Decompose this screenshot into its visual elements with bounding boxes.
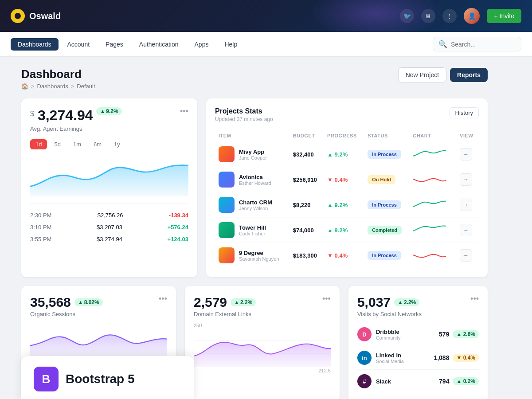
content-area: Dashboard 🏠 > Dashboards > Default New P… [11, 57, 498, 399]
projects-updated: Updated 37 minutes ago [215, 116, 273, 122]
row-view-btn[interactable]: → [460, 173, 472, 186]
domain-links-card: 2,579 ▲ 2.2% Domain External Links ••• 2… [185, 286, 340, 399]
nav-icon-share[interactable]: ⋮ [442, 9, 457, 23]
search-input[interactable] [451, 41, 516, 48]
page-title: Dashboard [21, 67, 95, 81]
table-row: 9 Degree Savannah Nguyen $183,300 ▼ 0.4%… [215, 243, 479, 268]
main-cards-row: $ 3,274.94 ▲ 9.2% Avg. Agent Earnings ••… [21, 98, 488, 277]
menu-help[interactable]: Help [217, 38, 244, 51]
time-2-change: +576.24 [168, 224, 188, 231]
organic-more-button[interactable]: ••• [159, 295, 167, 303]
organic-badge: ▲ 8.02% [74, 298, 103, 306]
col-progress: PROGRESS [324, 129, 364, 142]
reports-button[interactable]: Reports [450, 68, 488, 82]
time-1-label: 2:30 PM [30, 212, 51, 219]
projects-table: ITEM BUDGET PROGRESS STATUS CHART VIEW M… [215, 129, 479, 268]
linkedin-badge: ▼ 0.4% [453, 354, 479, 362]
time-filter-1d[interactable]: 1d [30, 139, 47, 149]
domain-stat-header: 2,579 ▲ 2.2% Domain External Links ••• [194, 295, 331, 317]
logo-area: Oswald [11, 9, 400, 23]
projects-header: Projects Stats Updated 37 minutes ago Hi… [215, 107, 479, 122]
time-filter-1m[interactable]: 1m [68, 139, 86, 149]
dribbble-count: 579 [439, 331, 449, 338]
row-view-btn[interactable]: → [460, 148, 472, 160]
avatar[interactable]: 👤 [464, 8, 480, 24]
time-1-value: $2,756.26 [98, 212, 123, 219]
bootstrap-label: Bootstrap 5 [66, 372, 135, 386]
time-1-change: -139.34 [169, 212, 188, 219]
dribbble-badge: ▲ 2.6% [453, 330, 479, 338]
page-actions: New Project Reports [398, 67, 488, 82]
history-button[interactable]: History [450, 107, 479, 118]
projects-card: Projects Stats Updated 37 minutes ago Hi… [206, 98, 488, 277]
social-more-button[interactable]: ••• [470, 295, 479, 303]
y-axis-mid: 212.5 [318, 368, 331, 373]
social-badge: ▲ 2.2% [394, 298, 419, 306]
row-view-btn[interactable]: → [460, 199, 472, 211]
social-row-dribbble: D Dribbble Community 579 ▲ 2.6% [357, 323, 479, 346]
table-row: Charto CRM Jenny Wilson $8,220 ▲ 9.2% In… [215, 192, 479, 218]
social-amount-area: 5,037 ▲ 2.2% Visits by Social Networks [357, 295, 422, 317]
time-entry-1: 2:30 PM $2,756.26 -139.34 [30, 209, 188, 221]
earnings-chart [30, 156, 188, 196]
bootstrap-icon: B [34, 367, 59, 391]
logo-icon [11, 9, 25, 23]
row-view-btn[interactable]: → [460, 249, 472, 262]
social-dribbble-info: D Dribbble Community [357, 327, 401, 341]
top-nav: Oswald 🐦 🖥 ⋮ 👤 + Invite [0, 0, 532, 32]
projects-table-header: ITEM BUDGET PROGRESS STATUS CHART VIEW [215, 129, 479, 142]
dribbble-icon: D [357, 327, 372, 341]
projects-title-area: Projects Stats Updated 37 minutes ago [215, 107, 273, 122]
menu-bar: Dashboards Account Pages Authentication … [0, 32, 532, 57]
breadcrumb-dashboards[interactable]: Dashboards [37, 83, 68, 90]
menu-pages[interactable]: Pages [98, 38, 130, 51]
linkedin-sub: Social Media [376, 359, 404, 364]
domain-amount: 2,579 [194, 295, 227, 310]
social-slack-info: # Slack [357, 374, 391, 388]
menu-authentication[interactable]: Authentication [132, 38, 186, 51]
time-filter-1y[interactable]: 1y [109, 139, 125, 149]
table-row: Avionica Esther Howard $256,910 ▼ 0.4% O… [215, 167, 479, 192]
domain-chart [194, 332, 331, 367]
nav-icon-screen[interactable]: 🖥 [421, 9, 435, 23]
table-row: Mivy App Jane Cooper $32,400 ▲ 9.2% In P… [215, 142, 479, 167]
menu-account[interactable]: Account [60, 38, 97, 51]
breadcrumb: 🏠 > Dashboards > Default [21, 83, 95, 90]
organic-amount-area: 35,568 ▲ 8.02% Organic Sessions [30, 295, 103, 317]
col-status: STATUS [364, 129, 409, 142]
slack-name: Slack [376, 378, 391, 385]
earnings-label: Avg. Agent Earnings [30, 125, 122, 132]
nav-icon-bird[interactable]: 🐦 [400, 9, 414, 23]
social-networks-card: 5,037 ▲ 2.2% Visits by Social Networks •… [348, 286, 488, 399]
menu-apps[interactable]: Apps [188, 38, 216, 51]
earnings-card: $ 3,274.94 ▲ 9.2% Avg. Agent Earnings ••… [21, 98, 197, 277]
new-project-button[interactable]: New Project [398, 67, 446, 82]
earnings-currency: $ [30, 110, 34, 118]
col-chart: CHART [409, 129, 456, 142]
col-view: VIEW [456, 129, 479, 142]
arrow-up-icon: ▲ [100, 108, 105, 114]
domain-label: Domain External Links [194, 311, 256, 317]
col-budget: BUDGET [289, 129, 324, 142]
bottom-cards-wrapper: 35,568 ▲ 8.02% Organic Sessions ••• [21, 286, 488, 399]
slack-stats: 794 ▲ 0.2% [439, 377, 479, 385]
organic-label: Organic Sessions [30, 311, 103, 317]
earnings-amount-area: $ 3,274.94 ▲ 9.2% [30, 107, 122, 124]
slack-badge: ▲ 0.2% [453, 377, 479, 385]
social-row-linkedin: in Linked In Social Media 1,088 ▼ 0.4% [357, 346, 479, 370]
earnings-more-button[interactable]: ••• [180, 107, 188, 115]
logo-text: Oswald [29, 11, 61, 21]
invite-button[interactable]: + Invite [487, 9, 521, 23]
linkedin-icon: in [357, 351, 372, 365]
time-2-value: $3,207.03 [97, 224, 122, 231]
menu-dashboards[interactable]: Dashboards [11, 38, 59, 51]
time-filter-5d[interactable]: 5d [49, 139, 66, 149]
domain-badge: ▲ 2.2% [231, 298, 256, 306]
social-label: Visits by Social Networks [357, 311, 422, 317]
time-filter-6m[interactable]: 6m [88, 139, 107, 149]
time-3-change: +124.03 [168, 236, 188, 243]
organic-chart [30, 323, 167, 358]
earnings-value: 3,274.94 [38, 107, 93, 124]
domain-more-button[interactable]: ••• [322, 295, 331, 303]
row-view-btn[interactable]: → [460, 224, 472, 236]
